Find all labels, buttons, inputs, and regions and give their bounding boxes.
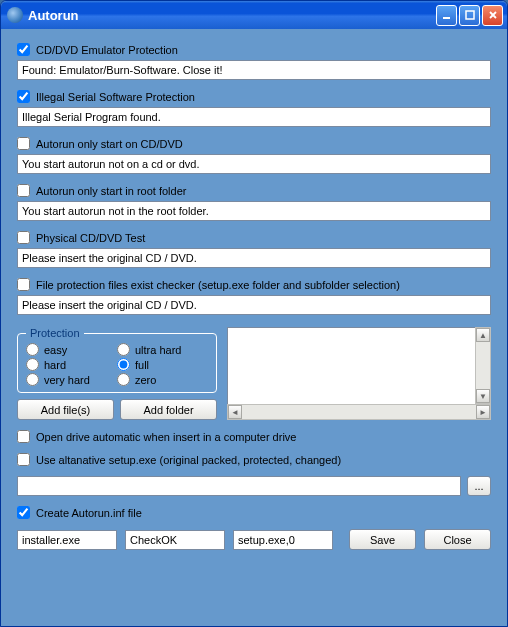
only-cddvd-label: Autorun only start on CD/DVD [36,138,183,150]
file-protection-message-input[interactable] [17,295,491,315]
illegal-serial-label: Illegal Serial Software Protection [36,91,195,103]
protection-radio-label: full [135,359,149,371]
save-button[interactable]: Save [349,529,416,550]
listbox-horizontal-scrollbar[interactable]: ◄ ► [227,404,491,420]
protection-radio-grid: easy ultra hard hard full very hard zero [26,343,208,386]
illegal-serial-checkbox[interactable] [17,90,30,103]
only-root-checkbox[interactable] [17,184,30,197]
client-area: CD/DVD Emulator Protection Illegal Seria… [1,29,507,626]
scroll-right-icon[interactable]: ► [476,405,490,419]
emulator-protection-message-input[interactable] [17,60,491,80]
protection-radio-label: zero [135,374,156,386]
protection-radio-label: hard [44,359,66,371]
only-cddvd-message-input[interactable] [17,154,491,174]
protection-radio-easy[interactable] [26,343,39,356]
svg-rect-1 [466,11,474,19]
close-button[interactable]: Close [424,529,491,550]
protection-radio-very-hard[interactable] [26,373,39,386]
window-title: Autorun [28,8,434,23]
autorun-window: Autorun CD/DVD Emulator Protection Illeg… [0,0,508,627]
scroll-up-icon[interactable]: ▲ [476,328,490,342]
app-icon [7,7,23,23]
add-folder-button[interactable]: Add folder [120,399,217,420]
illegal-serial-message-input[interactable] [17,107,491,127]
protection-groupbox: Protection easy ultra hard hard full ver… [17,327,217,393]
listbox-vertical-scrollbar[interactable]: ▲ ▼ [475,327,491,404]
protection-legend: Protection [26,327,84,339]
checkok-input[interactable] [125,530,225,550]
protection-radio-zero[interactable] [117,373,130,386]
scroll-down-icon[interactable]: ▼ [476,389,490,403]
create-inf-checkbox[interactable] [17,506,30,519]
add-files-button[interactable]: Add file(s) [17,399,114,420]
alt-setup-path-input[interactable] [17,476,461,496]
minimize-button[interactable] [436,5,457,26]
protection-radio-label: easy [44,344,67,356]
protection-radio-label: ultra hard [135,344,181,356]
protection-radio-hard[interactable] [26,358,39,371]
protection-radio-label: very hard [44,374,90,386]
titlebar[interactable]: Autorun [1,1,507,29]
setup-icon-input[interactable] [233,530,333,550]
file-protection-checkbox[interactable] [17,278,30,291]
only-root-message-input[interactable] [17,201,491,221]
protection-radio-full[interactable] [117,358,130,371]
browse-button[interactable]: ... [467,476,491,496]
create-inf-label: Create Autorun.inf file [36,507,142,519]
scroll-left-icon[interactable]: ◄ [228,405,242,419]
alt-setup-label: Use altanative setup.exe (original packe… [36,454,341,466]
emulator-protection-checkbox[interactable] [17,43,30,56]
file-protection-label: File protection files exist checker (set… [36,279,400,291]
installer-exe-input[interactable] [17,530,117,550]
only-root-label: Autorun only start in root folder [36,185,186,197]
open-drive-checkbox[interactable] [17,430,30,443]
physical-test-checkbox[interactable] [17,231,30,244]
file-listbox[interactable] [227,327,475,404]
alt-setup-checkbox[interactable] [17,453,30,466]
physical-test-message-input[interactable] [17,248,491,268]
only-cddvd-checkbox[interactable] [17,137,30,150]
close-window-button[interactable] [482,5,503,26]
physical-test-label: Physical CD/DVD Test [36,232,145,244]
open-drive-label: Open drive automatic when insert in a co… [36,431,296,443]
svg-rect-0 [443,17,450,19]
maximize-button[interactable] [459,5,480,26]
emulator-protection-label: CD/DVD Emulator Protection [36,44,178,56]
protection-radio-ultra-hard[interactable] [117,343,130,356]
